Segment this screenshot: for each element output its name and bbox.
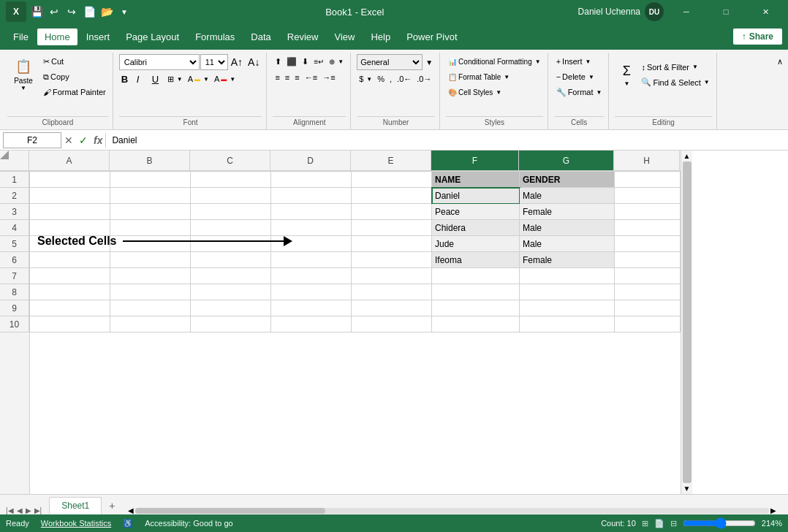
scroll-up-button[interactable]: ▲ xyxy=(683,152,691,160)
cell-A4[interactable] xyxy=(30,220,110,236)
menu-formulas[interactable]: Formulas xyxy=(188,28,242,45)
tab-scroll-last-button[interactable]: ▶| xyxy=(34,506,42,514)
align-left-button[interactable]: ≡ xyxy=(273,70,281,85)
sheet-tab-sheet1[interactable]: Sheet1 xyxy=(49,497,102,514)
cell-F10[interactable] xyxy=(432,316,520,332)
percent-button[interactable]: % xyxy=(375,72,387,86)
cell-C9[interactable] xyxy=(191,300,271,316)
cell-F2[interactable]: Daniel xyxy=(432,188,520,204)
row-header-8[interactable]: 8 xyxy=(0,284,29,300)
cell-D3[interactable] xyxy=(271,204,352,220)
cell-styles-button[interactable]: 🎨 Cell Styles ▼ xyxy=(446,85,504,99)
cell-D5[interactable] xyxy=(271,236,352,252)
bold-button[interactable]: B xyxy=(119,72,134,86)
font-color-button[interactable]: A▬▼ xyxy=(212,72,238,86)
maximize-button[interactable]: □ xyxy=(709,0,743,23)
cell-D7[interactable] xyxy=(271,268,352,284)
cell-G9[interactable] xyxy=(520,300,615,316)
cell-H7[interactable] xyxy=(615,268,681,284)
cell-D10[interactable] xyxy=(271,316,352,332)
cell-B2[interactable] xyxy=(110,188,191,204)
cell-A7[interactable] xyxy=(30,268,110,284)
cell-H10[interactable] xyxy=(615,316,681,332)
currency-button[interactable]: $▼ xyxy=(357,72,374,86)
cell-F8[interactable] xyxy=(432,284,520,300)
cell-A9[interactable] xyxy=(30,300,110,316)
cell-E5[interactable] xyxy=(352,236,432,252)
row-header-4[interactable]: 4 xyxy=(0,220,29,236)
comma-button[interactable]: , xyxy=(387,72,394,86)
align-middle-button[interactable]: ⬛ xyxy=(284,54,299,69)
cell-D4[interactable] xyxy=(271,220,352,236)
format-cells-button[interactable]: 🔧 Format ▼ xyxy=(554,85,605,99)
cell-D1[interactable] xyxy=(271,172,352,188)
cell-A2[interactable] xyxy=(30,188,110,204)
cell-D8[interactable] xyxy=(271,284,352,300)
autosum-button[interactable]: Σ ▼ xyxy=(615,54,638,95)
row-header-2[interactable]: 2 xyxy=(0,188,29,204)
cell-H2[interactable] xyxy=(615,188,681,204)
row-header-9[interactable]: 9 xyxy=(0,300,29,316)
menu-page-layout[interactable]: Page Layout xyxy=(118,28,186,45)
cell-B7[interactable] xyxy=(110,268,191,284)
menu-help[interactable]: Help xyxy=(363,28,398,45)
cell-B1[interactable] xyxy=(110,172,191,188)
cell-G6[interactable]: Female xyxy=(520,252,615,268)
cell-F7[interactable] xyxy=(432,268,520,284)
undo-icon[interactable]: ↩ xyxy=(47,4,61,19)
cell-A8[interactable] xyxy=(30,284,110,300)
cell-H6[interactable] xyxy=(615,252,681,268)
cell-G2[interactable]: Male xyxy=(520,188,615,204)
copy-button[interactable]: ⧉ Copy xyxy=(41,69,108,84)
cell-F9[interactable] xyxy=(432,300,520,316)
cell-H4[interactable] xyxy=(615,220,681,236)
cell-G4[interactable]: Male xyxy=(520,220,615,236)
cell-E1[interactable] xyxy=(352,172,432,188)
sort-filter-button[interactable]: ↕ Sort & Filter ▼ xyxy=(639,60,711,75)
cell-E2[interactable] xyxy=(352,188,432,204)
col-header-C[interactable]: C xyxy=(190,151,270,171)
cell-F6[interactable]: Ifeoma xyxy=(432,252,520,268)
paste-button[interactable]: 📋 Paste ▼ xyxy=(7,54,39,95)
cell-E9[interactable] xyxy=(352,300,432,316)
horizontal-scrollbar[interactable]: ◀ ▶ xyxy=(128,506,776,514)
decrease-decimal-button[interactable]: .0← xyxy=(395,72,414,86)
cell-B6[interactable] xyxy=(110,252,191,268)
decrease-indent-button[interactable]: ←≡ xyxy=(303,70,319,85)
cell-G10[interactable] xyxy=(520,316,615,332)
page-break-view-button[interactable]: ⊟ xyxy=(670,519,677,528)
format-table-button[interactable]: 📋 Format Table ▼ xyxy=(446,69,512,84)
cell-A10[interactable] xyxy=(30,316,110,332)
select-all-button[interactable] xyxy=(0,151,29,171)
grid-area[interactable]: Selected Cells NAME G xyxy=(30,172,681,494)
formula-input[interactable] xyxy=(109,132,785,148)
cell-F5[interactable]: Jude xyxy=(432,236,520,252)
cell-A1[interactable] xyxy=(30,172,110,188)
cell-C6[interactable] xyxy=(191,252,271,268)
col-header-E[interactable]: E xyxy=(351,151,431,171)
zoom-slider[interactable] xyxy=(683,517,756,529)
menu-view[interactable]: View xyxy=(327,28,362,45)
col-header-B[interactable]: B xyxy=(110,151,190,171)
collapse-ribbon-button[interactable]: ∧ xyxy=(775,54,785,69)
col-header-A[interactable]: A xyxy=(29,151,110,171)
cut-button[interactable]: ✂ Cut xyxy=(41,54,108,69)
cell-G7[interactable] xyxy=(520,268,615,284)
cell-G3[interactable]: Female xyxy=(520,204,615,220)
scroll-right-button[interactable]: ▶ xyxy=(770,506,776,514)
cell-C10[interactable] xyxy=(191,316,271,332)
row-header-5[interactable]: 5 xyxy=(0,236,29,252)
workbook-stats-button[interactable]: Workbook Statistics xyxy=(41,519,111,528)
underline-button[interactable]: U xyxy=(150,72,164,86)
cell-A3[interactable] xyxy=(30,204,110,220)
align-right-button[interactable]: ≡ xyxy=(292,70,301,85)
menu-review[interactable]: Review xyxy=(280,28,326,45)
number-format-selector[interactable]: General xyxy=(357,54,423,70)
align-top-button[interactable]: ⬆ xyxy=(273,54,284,69)
scroll-down-button[interactable]: ▼ xyxy=(683,484,691,493)
scroll-thumb-vertical[interactable] xyxy=(683,162,692,483)
decrease-font-button[interactable]: A↓ xyxy=(246,55,262,69)
scrollbar-thumb[interactable] xyxy=(135,508,325,514)
cell-E10[interactable] xyxy=(352,316,432,332)
cell-B10[interactable] xyxy=(110,316,191,332)
